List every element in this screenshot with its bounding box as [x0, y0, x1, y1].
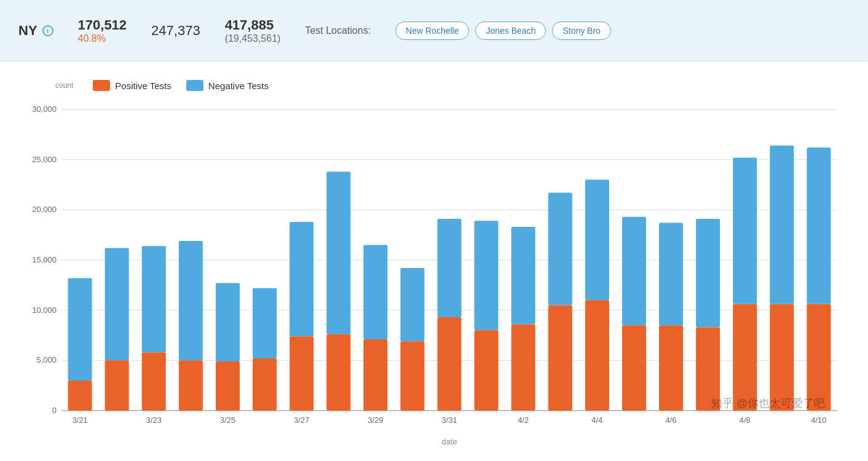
svg-text:0: 0 [52, 406, 57, 415]
legend-negative: Negative Tests [186, 80, 269, 91]
svg-rect-27 [290, 336, 314, 411]
svg-rect-16 [105, 248, 129, 360]
total-tests-sub: (19,453,561) [225, 33, 281, 44]
info-icon[interactable]: i [42, 25, 53, 36]
svg-rect-36 [475, 221, 499, 330]
svg-text:5,000: 5,000 [36, 355, 57, 364]
svg-rect-42 [585, 179, 609, 300]
chip-jones-beach[interactable]: Jones Beach [475, 22, 546, 40]
negative-count: 247,373 [151, 23, 200, 39]
svg-text:3/23: 3/23 [146, 416, 162, 425]
svg-text:3/27: 3/27 [294, 416, 309, 425]
svg-rect-37 [475, 330, 499, 411]
positive-count-stat: 170,512 40.8% [78, 17, 127, 44]
svg-rect-25 [253, 358, 277, 411]
chart-svg-wrapper: 05,00010,00015,00020,00025,00030,0003/21… [18, 103, 850, 447]
negative-count-stat: 247,373 [151, 23, 200, 39]
svg-text:4/2: 4/2 [518, 416, 529, 425]
svg-rect-52 [770, 146, 794, 304]
svg-text:30,000: 30,000 [32, 104, 57, 114]
chip-stony-bro[interactable]: Stony Bro [552, 22, 610, 40]
svg-rect-19 [142, 352, 166, 411]
svg-rect-33 [400, 341, 424, 411]
svg-rect-23 [216, 361, 240, 411]
svg-rect-49 [696, 327, 720, 411]
svg-rect-35 [437, 317, 461, 411]
svg-rect-53 [770, 304, 794, 411]
negative-swatch [186, 80, 203, 91]
svg-text:3/31: 3/31 [441, 416, 457, 425]
svg-rect-20 [179, 241, 203, 360]
total-tests: 417,885 [225, 17, 281, 33]
svg-rect-41 [548, 305, 572, 411]
svg-text:4/4: 4/4 [591, 416, 602, 425]
svg-rect-21 [179, 360, 203, 411]
state-label: NY i [18, 23, 53, 39]
svg-rect-32 [400, 268, 424, 341]
legend-positive: Positive Tests [93, 80, 171, 91]
bar-chart: 05,00010,00015,00020,00025,00030,0003/21… [18, 103, 850, 447]
svg-text:4/6: 4/6 [666, 416, 677, 425]
svg-rect-26 [290, 222, 314, 336]
svg-text:4/10: 4/10 [811, 416, 826, 425]
svg-rect-34 [437, 219, 461, 317]
test-locations-label: Test Locations: [305, 25, 371, 36]
svg-text:20,000: 20,000 [32, 205, 57, 214]
y-axis-label: count [55, 81, 73, 90]
total-tests-stat: 417,885 (19,453,561) [225, 17, 281, 44]
chart-legend: count Positive Tests Negative Tests [18, 80, 850, 91]
svg-rect-44 [622, 217, 646, 325]
test-location-chips: New Rochelle Jones Beach Stony Bro [395, 22, 611, 40]
svg-rect-43 [585, 300, 609, 411]
svg-rect-15 [68, 380, 92, 411]
positive-pct: 40.8% [78, 33, 127, 44]
svg-rect-40 [548, 193, 572, 305]
svg-rect-29 [326, 334, 350, 411]
chip-new-rochelle[interactable]: New Rochelle [395, 22, 469, 40]
svg-rect-18 [142, 246, 166, 352]
svg-text:3/21: 3/21 [72, 416, 87, 425]
svg-rect-50 [733, 157, 757, 304]
svg-text:10,000: 10,000 [32, 305, 57, 315]
svg-rect-28 [326, 171, 350, 334]
svg-rect-24 [253, 288, 277, 358]
svg-rect-17 [105, 360, 129, 411]
svg-rect-14 [68, 278, 92, 380]
svg-rect-48 [696, 219, 720, 327]
positive-count: 170,512 [78, 17, 127, 33]
negative-label: Negative Tests [208, 81, 269, 91]
svg-rect-31 [363, 339, 387, 411]
svg-text:4/8: 4/8 [740, 416, 751, 425]
svg-text:15,000: 15,000 [32, 255, 57, 264]
svg-text:date: date [441, 437, 457, 446]
header: NY i 170,512 40.8% 247,373 417,885 (19,4… [0, 0, 868, 61]
svg-text:3/25: 3/25 [220, 416, 235, 425]
svg-rect-51 [733, 304, 757, 411]
svg-rect-45 [622, 325, 646, 411]
svg-rect-47 [659, 325, 683, 411]
svg-text:3/29: 3/29 [368, 416, 383, 425]
positive-label: Positive Tests [115, 81, 171, 91]
svg-rect-38 [511, 227, 535, 324]
svg-rect-39 [511, 325, 535, 411]
svg-rect-54 [807, 148, 831, 304]
svg-rect-22 [216, 283, 240, 361]
svg-rect-30 [363, 245, 387, 340]
svg-rect-55 [807, 304, 831, 411]
positive-swatch [93, 80, 110, 91]
state-code: NY [18, 23, 37, 39]
chart-container: count Positive Tests Negative Tests 05,0… [0, 61, 868, 460]
svg-rect-46 [659, 223, 683, 326]
svg-text:25,000: 25,000 [32, 155, 57, 164]
